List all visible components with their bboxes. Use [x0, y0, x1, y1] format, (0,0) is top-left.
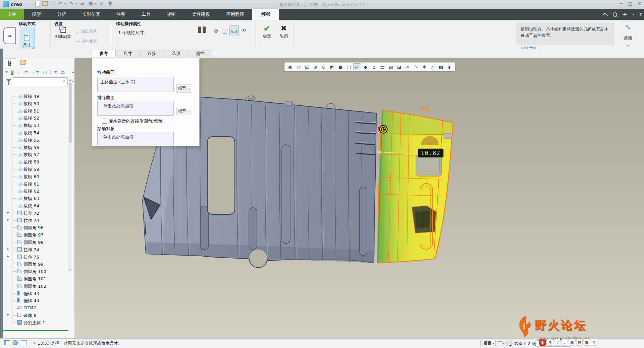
tree-row[interactable]: 分割主体 1	[4, 319, 68, 326]
feature-label[interactable]: 拔模 51	[23, 108, 39, 114]
expand-arrow-icon[interactable]: ▸	[7, 247, 9, 251]
tree-row[interactable]: 拔模 53	[4, 122, 68, 129]
feature-label[interactable]: 分割主体 1	[23, 320, 45, 326]
tree-row[interactable]: 拔模 59	[4, 165, 68, 173]
feature-label[interactable]: 拉伸 75	[23, 254, 39, 260]
feature-label[interactable]: 拔模 56	[23, 145, 39, 151]
maximize-button[interactable]: □	[628, 1, 632, 6]
scroll-down-icon[interactable]: ▼	[68, 268, 72, 271]
feature-label[interactable]: 倒圆角 97	[23, 232, 44, 238]
move-surfaces-collector[interactable]: 主体曲面 (主体 2)	[97, 77, 174, 91]
expand-arrow-icon[interactable]: ▸	[7, 254, 9, 258]
tree-dropdown-icon[interactable]: ▼	[5, 70, 8, 74]
feature-label[interactable]: 倒圆角 100	[23, 269, 46, 275]
ribbon-tab[interactable]: 文件	[0, 9, 24, 20]
ribbon-tab[interactable]: 应用程序	[218, 9, 252, 20]
tree-row[interactable]: 拔模 50	[4, 100, 68, 107]
ribbon-tab[interactable]: 柔性建模	[184, 9, 218, 20]
tree-row[interactable]: 倒圆角 101	[4, 275, 68, 282]
view-home-icon[interactable]: ⌂	[370, 63, 378, 70]
feature-label[interactable]: 拔模 55	[23, 137, 39, 143]
panel-drag-handle[interactable]: · · · ·	[92, 59, 199, 63]
dashboard-tab[interactable]: 尺寸	[116, 50, 140, 57]
feature-label[interactable]: 偏移 44	[23, 298, 39, 304]
spin-center-icon[interactable]: ❖	[420, 63, 428, 70]
tree-row[interactable]: 倒圆角 99	[4, 260, 68, 268]
tab-folder-browser[interactable]	[17, 58, 28, 67]
learning-center-icon[interactable]	[623, 13, 627, 16]
dashboard-tab[interactable]: 连接	[140, 50, 164, 57]
move-objects-collector[interactable]: 单击此处添加项	[97, 132, 174, 145]
view-visibility-options-icon[interactable]: ◎	[294, 63, 303, 70]
navigator-toggle-icon[interactable]	[4, 340, 10, 345]
help-icon[interactable]: ?	[639, 12, 642, 17]
feature-label[interactable]: 镜像 8	[23, 312, 36, 319]
ribbon-tab[interactable]: 视图	[159, 9, 184, 20]
tree-row[interactable]: 倒圆角 96	[4, 224, 68, 231]
ime-mode-a-icon[interactable]: A	[547, 339, 553, 346]
transform-rounds-checkbox[interactable]	[102, 119, 107, 124]
feature-label[interactable]: 拔模 52	[23, 115, 39, 121]
navigator-sash[interactable]	[0, 49, 3, 338]
ime-keyboard-icon[interactable]: ▦	[569, 339, 575, 346]
feature-label[interactable]: 拔模 49	[23, 93, 39, 99]
save-icon[interactable]	[50, 1, 55, 6]
tree-settings-icon[interactable]: ▤	[61, 70, 65, 75]
zoom-out-icon[interactable]: ⊖	[320, 63, 328, 70]
windows-dropdown-icon[interactable]: ▾	[95, 2, 96, 5]
tree-row[interactable]: 拔模 63	[4, 195, 68, 202]
feature-label[interactable]: 倒圆角 96	[23, 225, 44, 231]
feature-label[interactable]: DTM2	[23, 305, 36, 310]
feature-label[interactable]: 倒圆角 98	[23, 239, 44, 246]
tree-row[interactable]: 拔模 64	[4, 202, 68, 209]
toolbar-overflow-icon[interactable]: »	[72, 70, 74, 75]
browser-toggle-icon[interactable]	[13, 340, 18, 345]
feature-label[interactable]: 拔模 61	[23, 181, 39, 187]
ribbon-tab[interactable]: 移动	[252, 9, 279, 20]
feature-label[interactable]: 拔模 50	[23, 101, 39, 107]
transparency-box-icon[interactable]: ▧	[387, 63, 395, 70]
ok-button[interactable]: ✔ 确定	[259, 24, 275, 39]
tree-columns-icon[interactable]: ◫	[43, 70, 47, 75]
appearance-icon[interactable]: ◆	[362, 63, 370, 70]
glasses-preview-icon[interactable]: ∞	[241, 26, 247, 34]
tree-row[interactable]: 拔模 55	[4, 136, 68, 144]
tree-row[interactable]: 拔模 57	[4, 151, 68, 158]
minimize-ribbon-icon[interactable]	[603, 12, 608, 17]
simulate-display-icon[interactable]: △	[429, 63, 437, 70]
zoom-in-icon[interactable]: ⊕	[311, 63, 319, 70]
expand-arrow-icon[interactable]: ▸	[7, 210, 9, 214]
feature-label[interactable]: 拔模 64	[23, 203, 39, 209]
windows-icon[interactable]: ▣	[88, 1, 94, 6]
tree-scrollbar[interactable]: ▲ ▼	[68, 78, 72, 272]
feature-label[interactable]: 拔模 53	[23, 123, 39, 129]
tree-row[interactable]: ▸ 镜像 8	[4, 311, 68, 319]
tree-row[interactable]: 拔模 54	[4, 129, 68, 136]
ribbon-tab[interactable]: 注释	[108, 9, 133, 20]
tree-filter-icon[interactable]: ≢	[54, 70, 57, 75]
model-selected-body[interactable]	[378, 107, 453, 263]
dashboard-tab[interactable]: 选项	[164, 50, 188, 57]
select-box-icon[interactable]	[497, 341, 502, 346]
ribbon-tab[interactable]: 实时仿真	[74, 9, 108, 20]
zoom-region-icon[interactable]: ⊞	[303, 63, 311, 70]
ime-toolbox-icon[interactable]: ▣	[584, 339, 590, 346]
customize-qat-icon[interactable]: ▼	[107, 1, 113, 6]
cancel-button[interactable]: ✖ 取消	[276, 24, 292, 39]
feature-label[interactable]: 倒圆角 99	[23, 261, 44, 267]
perspective-icon[interactable]: ◗	[445, 63, 453, 70]
tree-row[interactable]: 倒圆角 102	[4, 282, 68, 290]
redo-icon[interactable]: ↷	[68, 1, 74, 6]
select-dropdown-icon[interactable]: ▾	[503, 342, 504, 345]
tree-row[interactable]: 拔模 58	[4, 158, 68, 165]
expand-tree-icon[interactable]: ≡	[24, 70, 28, 75]
feature-label[interactable]: 倒圆角 101	[23, 276, 46, 282]
exclude-surfaces-collector[interactable]: 单击此处添加项	[97, 101, 174, 116]
display-style-icon[interactable]: ▢	[345, 63, 353, 70]
ribbon-tab[interactable]: 模型	[24, 9, 49, 20]
tree-row[interactable]: 倒圆角 100	[4, 268, 68, 275]
tree-row[interactable]: ▸ 拉伸 74	[4, 246, 68, 253]
exclude-surfaces-details-button[interactable]: 细节...	[176, 107, 192, 115]
ime-wrench-icon[interactable]: ⚒	[591, 339, 597, 346]
tree-search-input[interactable]: ×	[13, 77, 68, 86]
